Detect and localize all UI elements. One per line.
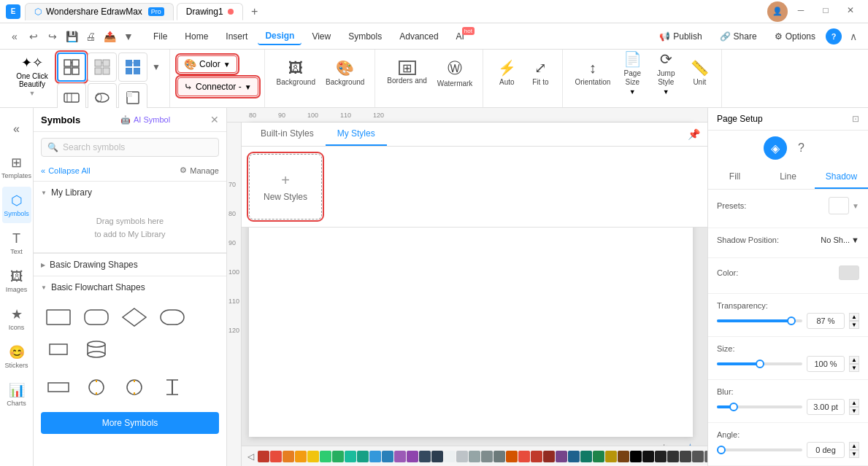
- style-btn-3[interactable]: [118, 53, 147, 82]
- add-tab-button[interactable]: +: [246, 3, 264, 20]
- tab-my-styles[interactable]: My Styles: [326, 123, 387, 146]
- transparency-up[interactable]: ▲: [849, 313, 859, 321]
- angle-value[interactable]: 0 deg: [807, 442, 845, 458]
- my-library-header[interactable]: ▼ My Library: [34, 182, 226, 203]
- new-style-card[interactable]: + New Styles: [249, 154, 322, 220]
- size-thumb[interactable]: [756, 360, 764, 368]
- shape-rounded-rect[interactable]: [79, 303, 114, 332]
- blur-thumb[interactable]: [729, 403, 738, 411]
- transparency-down[interactable]: ▼: [849, 321, 859, 329]
- angle-down[interactable]: ▼: [849, 450, 859, 458]
- fit-button[interactable]: ⤢ Fit to: [524, 53, 556, 93]
- palette-color-f1c40f[interactable]: [307, 451, 319, 462]
- palette-color-e74c3c[interactable]: [270, 451, 282, 462]
- transparency-value[interactable]: 87 %: [807, 313, 845, 329]
- palette-color-ecf0f1[interactable]: [444, 451, 456, 462]
- palette-color-b7950b[interactable]: [605, 451, 617, 462]
- menu-design[interactable]: Design: [258, 28, 302, 45]
- palette-color-2ecc71[interactable]: [320, 451, 331, 462]
- avatar[interactable]: 👤: [767, 1, 788, 22]
- background-btn-2[interactable]: 🎨 Background: [321, 53, 369, 93]
- shape-cylinder[interactable]: [79, 335, 114, 364]
- help-icon[interactable]: ?: [790, 136, 813, 160]
- tab-fill[interactable]: Fill: [708, 166, 761, 189]
- tab-builtin-styles[interactable]: Built-in Styles: [249, 123, 326, 146]
- preset-box[interactable]: [829, 197, 849, 214]
- palette-color-f39c12[interactable]: [295, 451, 307, 462]
- palette-color-555555[interactable]: [692, 451, 704, 462]
- palette-color-666666[interactable]: [704, 451, 707, 462]
- search-input[interactable]: [63, 142, 212, 152]
- sidebar-symbols[interactable]: ⬡ Symbols: [2, 187, 31, 223]
- menu-file[interactable]: File: [146, 28, 174, 44]
- manage-button[interactable]: ⚙ Manage: [180, 166, 219, 175]
- blur-slider-track[interactable]: [717, 405, 802, 408]
- tab-shadow[interactable]: Shadow: [815, 166, 868, 189]
- style-btn-2[interactable]: [88, 53, 117, 82]
- menu-home[interactable]: Home: [177, 28, 215, 44]
- palette-color-117a65[interactable]: [580, 451, 592, 462]
- palette-color-2980b9[interactable]: [382, 451, 393, 462]
- color-button[interactable]: 🎨 Color ▼: [177, 55, 237, 73]
- publish-button[interactable]: 📢 Publish: [652, 28, 709, 44]
- shape-icon[interactable]: ◈: [764, 136, 787, 160]
- palette-color-111111[interactable]: [642, 451, 654, 462]
- export-button[interactable]: 📤: [101, 28, 118, 45]
- nav-collapse[interactable]: «: [6, 28, 23, 45]
- menu-insert[interactable]: Insert: [218, 28, 255, 44]
- angle-up[interactable]: ▲: [849, 442, 859, 450]
- close-panel-button[interactable]: ✕: [210, 114, 219, 125]
- shape-circle[interactable]: [79, 373, 114, 402]
- borders-button[interactable]: ⊞ Borders and: [383, 53, 431, 93]
- preset-dropdown-arrow[interactable]: ▼: [852, 202, 859, 210]
- transparency-thumb[interactable]: [787, 317, 796, 325]
- angle-slider-track[interactable]: [717, 448, 802, 451]
- expand-icon[interactable]: ⊡: [852, 114, 859, 124]
- pin-icon[interactable]: 📌: [688, 128, 700, 140]
- sidebar-stickers[interactable]: 😊 Stickers: [2, 338, 31, 375]
- share-button[interactable]: 🔗 Share: [713, 28, 764, 44]
- collapse-all-button[interactable]: « Collapse All: [41, 166, 91, 175]
- size-down[interactable]: ▼: [849, 364, 859, 372]
- palette-color-34495e[interactable]: [419, 451, 431, 462]
- palette-color-000000[interactable]: [630, 451, 642, 462]
- palette-color-e67e22[interactable]: [283, 451, 294, 462]
- palette-color-e74c3c[interactable]: [518, 451, 530, 462]
- sidebar-icons[interactable]: ★ Icons: [2, 300, 31, 337]
- size-slider-track[interactable]: [717, 362, 802, 365]
- shape-rect-sm[interactable]: [41, 373, 76, 402]
- blur-up[interactable]: ▲: [849, 399, 859, 407]
- shape-small-rect[interactable]: [41, 335, 76, 364]
- more-nav-button[interactable]: ▼: [120, 28, 137, 45]
- auto-button[interactable]: ⚡ Auto: [491, 53, 523, 93]
- palette-color-16a085[interactable]: [357, 451, 369, 462]
- menu-advanced[interactable]: Advanced: [392, 28, 445, 44]
- connector-button[interactable]: ⤷ Connector - ▼: [177, 77, 258, 96]
- palette-color-d35400[interactable]: [506, 451, 518, 462]
- palette-color-1f618d[interactable]: [568, 451, 580, 462]
- redo-button[interactable]: ↪: [44, 28, 61, 45]
- palette-color-7f8c8d[interactable]: [481, 451, 493, 462]
- close-button[interactable]: ✕: [839, 1, 862, 19]
- save-button[interactable]: 💾: [63, 28, 80, 45]
- palette-color-784212[interactable]: [618, 451, 629, 462]
- sidebar-charts[interactable]: 📊 Charts: [2, 376, 31, 413]
- menu-symbols[interactable]: Symbols: [341, 28, 389, 44]
- shape-rectangle[interactable]: [41, 303, 76, 332]
- palette-color-c0392b[interactable]: [258, 451, 269, 462]
- jump-style-button[interactable]: ⟳ JumpStyle ▼: [650, 53, 682, 93]
- palette-color-95a5a6[interactable]: [469, 451, 480, 462]
- orientation-button[interactable]: ↕ Orientation: [570, 53, 615, 93]
- tab-line[interactable]: Line: [761, 166, 815, 189]
- style-dropdown-arrow[interactable]: ▼: [149, 53, 164, 82]
- basic-drawing-header[interactable]: ▶ Basic Drawing Shapes: [34, 254, 226, 276]
- drawing-tab[interactable]: Drawing1: [177, 3, 243, 20]
- palette-color-1e8449[interactable]: [593, 451, 604, 462]
- blur-down[interactable]: ▼: [849, 407, 859, 415]
- color-swatch[interactable]: [839, 265, 859, 280]
- blur-value[interactable]: 3.00 pt: [807, 399, 845, 415]
- palette-color-6c7a7a[interactable]: [493, 451, 505, 462]
- background-btn-1[interactable]: 🖼 Background: [272, 53, 320, 93]
- style-btn-1[interactable]: [57, 53, 86, 82]
- help-button[interactable]: ?: [826, 28, 842, 44]
